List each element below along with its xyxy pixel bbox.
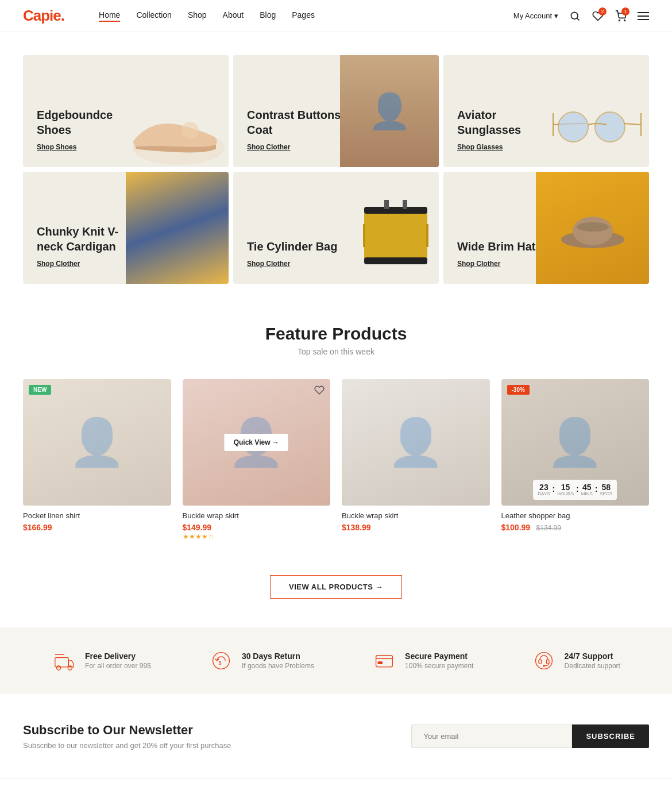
- product-info: Leather shopper bag $100.99 $134.99: [501, 506, 650, 538]
- nav-about[interactable]: About: [223, 10, 244, 22]
- svg-point-0: [571, 12, 578, 19]
- svg-point-9: [595, 112, 625, 142]
- service-desc: Dedicated support: [565, 662, 620, 670]
- return-icon: $: [208, 648, 234, 673]
- glasses-image: [551, 102, 643, 150]
- nav-pages[interactable]: Pages: [292, 10, 315, 22]
- hero-card-title: Aviator Sunglasses: [457, 107, 555, 137]
- hero-card-cardigan[interactable]: Chunky Knit V-neck Cardigan Shop Clother: [23, 172, 229, 284]
- svg-rect-26: [376, 656, 393, 667]
- search-button[interactable]: [569, 10, 581, 22]
- product-price: $149.99: [183, 523, 212, 532]
- product-price: $138.99: [342, 523, 371, 532]
- product-image: 👤: [342, 379, 490, 506]
- svg-point-22: [57, 666, 61, 670]
- payment-icon: [372, 648, 397, 673]
- svg-rect-13: [364, 257, 427, 264]
- hero-grid: Edgeboundce Shoes Shop Shoes Contrast Bu…: [0, 32, 672, 295]
- bag-image: [358, 195, 433, 278]
- product-card[interactable]: 👤 -30% 23 DAYS : 15 HOURS : 45: [501, 379, 650, 546]
- product-info: Pocket linen shirt $166.99: [23, 506, 171, 538]
- product-card[interactable]: 👤 Buckle wrap skirt $138.99: [342, 379, 490, 546]
- countdown-timer: 23 DAYS : 15 HOURS : 45 MINS : 5: [533, 480, 617, 500]
- hero-card-hat[interactable]: Wide Brim Hat Shop Clother: [443, 172, 649, 284]
- view-all-wrap: VIEW ALL PRODUCTS →: [0, 558, 672, 627]
- service-payment: Secure Payment 100% secure payment: [372, 648, 473, 673]
- nav-shop[interactable]: Shop: [188, 10, 207, 22]
- product-price: $100.99: [501, 523, 531, 532]
- section-subtitle: Top sale on this week: [0, 347, 672, 356]
- svg-rect-17: [426, 224, 428, 247]
- svg-line-10: [624, 124, 640, 125]
- svg-rect-7: [640, 113, 642, 136]
- brand-logo[interactable]: Capie.: [23, 7, 64, 25]
- product-image: 👤: [23, 379, 171, 506]
- service-return: $ 30 Days Return If goods have Problems: [208, 648, 314, 673]
- wishlist-badge: 2: [598, 7, 607, 16]
- section-title: Feature Products Top sale on this week: [0, 295, 672, 362]
- svg-point-2: [619, 20, 620, 21]
- products-grid: 👤 NEW Pocket linen shirt $166.99 👤 Quick…: [0, 362, 672, 558]
- hero-card-glasses[interactable]: Aviator Sunglasses Shop Glasses: [443, 55, 649, 167]
- nav-collection[interactable]: Collection: [136, 10, 171, 22]
- newsletter-section: Subscribe to Our Newsletter Subscribe to…: [0, 694, 672, 779]
- product-name: Buckle wrap skirt: [183, 511, 331, 520]
- newsletter-email-input[interactable]: [411, 724, 572, 748]
- newsletter-title: Subscribe to Our Newsletter: [23, 723, 231, 738]
- svg-rect-11: [364, 207, 427, 264]
- countdown-secs: 58: [602, 483, 611, 491]
- countdown-hours: 15: [561, 483, 570, 491]
- hero-card-title: Tie Cylinder Bag: [247, 239, 345, 254]
- wishlist-button[interactable]: 2: [592, 10, 604, 22]
- hero-card-coat[interactable]: Contrast Buttons Coat Shop Clother 👤: [233, 55, 439, 167]
- countdown-mins: 45: [582, 483, 592, 491]
- view-all-button[interactable]: VIEW ALL PRODUCTS →: [270, 575, 402, 599]
- service-desc: If goods have Problems: [242, 662, 314, 670]
- hero-card-shoes[interactable]: Edgeboundce Shoes Shop Shoes: [23, 55, 229, 167]
- cardigan-image: [126, 172, 229, 284]
- service-title: 24/7 Support: [565, 652, 620, 661]
- product-card[interactable]: 👤 NEW Pocket linen shirt $166.99: [23, 379, 171, 546]
- svg-rect-29: [539, 660, 542, 664]
- svg-rect-16: [363, 224, 365, 247]
- wishlist-button[interactable]: [314, 385, 325, 397]
- newsletter-subscribe-button[interactable]: SUBSCRIBE: [572, 724, 649, 748]
- svg-rect-27: [378, 662, 382, 664]
- product-info: Buckle wrap skirt $149.99 ★★★★☆: [183, 506, 331, 546]
- svg-rect-15: [403, 200, 407, 209]
- hero-card-bag[interactable]: Tie Cylinder Bag Shop Clother: [233, 172, 439, 284]
- product-stars: ★★★★☆: [183, 533, 331, 541]
- featured-section: Feature Products Top sale on this week 👤…: [0, 295, 672, 558]
- hamburger-menu[interactable]: [638, 12, 649, 20]
- svg-point-23: [68, 666, 72, 670]
- product-image-wrap: 👤 NEW: [23, 379, 171, 506]
- cart-button[interactable]: 1: [615, 10, 627, 22]
- service-title: Free Delivery: [85, 652, 151, 661]
- service-desc: For all order over 99$: [85, 662, 151, 670]
- navbar: Capie. Home Collection Shop About Blog P…: [0, 0, 672, 32]
- product-card[interactable]: 👤 Quick View → Buckle wrap skirt $149.99…: [183, 379, 331, 546]
- svg-line-1: [577, 18, 580, 20]
- quick-view-button[interactable]: Quick View →: [225, 434, 288, 451]
- hero-card-title: Edgeboundce Shoes: [37, 107, 135, 137]
- account-menu[interactable]: My Account ▾: [513, 11, 558, 20]
- service-support: 24/7 Support Dedicated support: [531, 648, 620, 673]
- svg-rect-6: [553, 113, 554, 136]
- service-bar: Free Delivery For all order over 99$ $ 3…: [0, 627, 672, 694]
- svg-point-31: [543, 665, 545, 667]
- hat-image: [536, 172, 649, 284]
- svg-rect-12: [364, 207, 427, 214]
- product-image-wrap: 👤 -30% 23 DAYS : 15 HOURS : 45: [501, 379, 650, 506]
- service-title: 30 Days Return: [242, 652, 314, 661]
- svg-point-5: [181, 122, 199, 139]
- nav-home[interactable]: Home: [99, 10, 120, 22]
- nav-blog[interactable]: Blog: [260, 10, 276, 22]
- countdown-days: 23: [539, 483, 549, 491]
- product-info: Buckle wrap skirt $138.99: [342, 506, 490, 538]
- coat-image: 👤: [340, 55, 439, 167]
- footer: Capie. © Copyright 2019 Capie. Skrill Ci…: [0, 779, 672, 794]
- svg-rect-21: [55, 658, 68, 667]
- chevron-down-icon: ▾: [554, 11, 558, 20]
- service-title: Secure Payment: [405, 652, 473, 661]
- hero-card-title: Contrast Buttons Coat: [247, 107, 345, 137]
